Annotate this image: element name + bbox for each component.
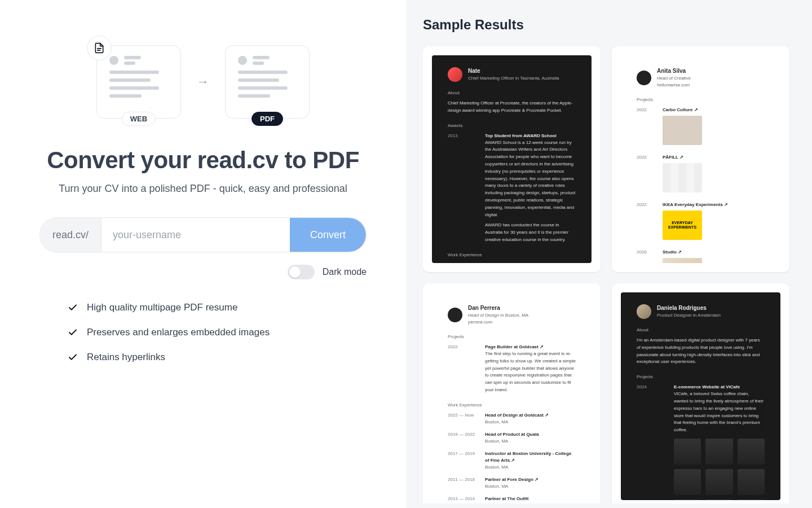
sample-subtitle: Product Designer in Amsterdam bbox=[657, 312, 721, 319]
sample-doc: Daniela Rodrigues Product Designer in Am… bbox=[621, 292, 780, 500]
proj-year: 2024 bbox=[637, 384, 664, 500]
web-card: WEB bbox=[96, 45, 181, 119]
sample-site: perrera.com bbox=[468, 319, 528, 326]
award-name: Top Student from AWARD School bbox=[485, 133, 576, 139]
work-title: Head of Design at Goldcast ↗ bbox=[485, 412, 549, 419]
work-years: 2011 — 2018 bbox=[448, 476, 475, 490]
sample-name: Anita Silva bbox=[657, 67, 691, 75]
proj-thumbnail bbox=[663, 163, 702, 192]
screenshot-thumb bbox=[738, 439, 765, 465]
convert-button[interactable]: Convert bbox=[290, 218, 366, 252]
feature-text: High quality multipage PDF resume bbox=[87, 302, 237, 313]
page-title: Convert your read.cv to PDF bbox=[47, 147, 359, 174]
screenshot-thumb bbox=[705, 469, 732, 495]
check-icon bbox=[68, 327, 78, 338]
feature-item: Preserves and enlarges embedded images bbox=[68, 327, 338, 338]
sample-doc: Dan Perrera Head of Design in Boston, MA… bbox=[432, 292, 592, 500]
sample-card: Nate Chief Marketing Officer in Tasmania… bbox=[423, 46, 601, 272]
work-loc: Boston, MA bbox=[485, 438, 539, 445]
screenshot-thumb bbox=[674, 439, 701, 465]
pdf-card: PDF bbox=[225, 45, 310, 119]
proj-title: PÅFILL ↗ bbox=[663, 154, 765, 161]
work-loc: Boston, MA bbox=[485, 464, 576, 471]
web-badge: WEB bbox=[122, 112, 156, 126]
work-years: 2017 — 2019 bbox=[448, 450, 475, 471]
proj-title: Studio ↗ bbox=[663, 249, 765, 256]
proj-thumbnail bbox=[663, 258, 702, 263]
section-title: Work Experience bbox=[448, 402, 576, 409]
dark-mode-toggle[interactable] bbox=[288, 265, 315, 279]
sample-card: Anita Silva Head of Creative hellomarisa… bbox=[612, 46, 789, 272]
proj-text: The first step to running a great event … bbox=[485, 351, 576, 394]
proj-title: IKEA Everyday Experiments ↗ bbox=[663, 202, 765, 208]
document-icon bbox=[87, 36, 112, 60]
avatar bbox=[637, 304, 651, 319]
award-text: AWARD School is a 12-week course run by … bbox=[485, 139, 576, 219]
work-loc: Boston, MA bbox=[485, 483, 539, 490]
proj-text: ViCafe, a beloved Swiss coffee chain, wa… bbox=[674, 391, 765, 434]
feature-item: Retains hyperlinks bbox=[68, 352, 338, 363]
feature-text: Preserves and enlarges embedded images bbox=[87, 327, 270, 338]
proj-year: 2022 bbox=[637, 154, 652, 192]
about-text: I'm an Amsterdam-based digital product d… bbox=[637, 337, 765, 366]
avatar bbox=[448, 308, 462, 322]
thumb-text: EVERYDAY bbox=[663, 221, 702, 225]
check-icon bbox=[68, 352, 78, 362]
about-text: Chief Marketing Officer at Procreate, th… bbox=[448, 100, 576, 115]
work-years: 2021 — Now bbox=[448, 262, 475, 263]
sample-card: Daniela Rodrigues Product Designer in Am… bbox=[612, 283, 789, 503]
thumb-text: EXPERIMENTS bbox=[663, 225, 702, 230]
screenshot-thumb bbox=[738, 500, 765, 500]
proj-year: 2022 bbox=[448, 344, 475, 394]
sample-site: hellomarisa.com bbox=[657, 82, 691, 89]
work-years: 2022 — Now bbox=[448, 412, 475, 426]
proj-title: E-commerce Website at ViCafe bbox=[674, 384, 765, 391]
award-text: AWARD has conducted the course in Austra… bbox=[485, 222, 576, 243]
screenshot-grid bbox=[674, 439, 765, 500]
section-title: About bbox=[637, 327, 765, 334]
work-title: Instructor at Boston University - Colleg… bbox=[485, 450, 576, 464]
proj-year: 2020 bbox=[637, 249, 652, 263]
section-title: Work Experience bbox=[448, 252, 576, 259]
avatar bbox=[637, 71, 651, 85]
samples-heading: Sample Results bbox=[423, 17, 795, 33]
feature-item: High quality multipage PDF resume bbox=[68, 302, 338, 313]
screenshot-thumb bbox=[674, 500, 701, 500]
sample-name: Nate bbox=[468, 67, 559, 75]
sample-subtitle: Head of Design in Boston, MA bbox=[468, 312, 528, 319]
sample-name: Dan Perrera bbox=[468, 304, 528, 312]
screenshot-thumb bbox=[705, 500, 732, 500]
work-loc: Boston, MA bbox=[485, 419, 549, 426]
username-input[interactable] bbox=[102, 218, 290, 252]
dark-mode-label: Dark mode bbox=[323, 267, 367, 277]
section-title: About bbox=[448, 90, 576, 97]
pdf-badge: PDF bbox=[251, 112, 283, 126]
proj-title: Carbo Culture ↗ bbox=[663, 107, 765, 113]
section-title: Projects bbox=[637, 374, 765, 380]
avatar bbox=[448, 67, 462, 82]
sample-doc: Anita Silva Head of Creative hellomarisa… bbox=[621, 55, 780, 263]
sample-subtitle: Head of Creative bbox=[657, 75, 691, 82]
sample-name: Daniela Rodrigues bbox=[657, 304, 721, 312]
sample-subtitle: Chief Marketing Officer in Tasmania, Aus… bbox=[468, 75, 559, 82]
url-prefix: read.cv/ bbox=[40, 218, 102, 252]
proj-year: 2022 bbox=[637, 107, 652, 145]
proj-title: Page Builder at Goldcast ↗ bbox=[485, 344, 576, 351]
proj-thumbnail: EVERYDAYEXPERIMENTS bbox=[663, 211, 702, 240]
section-title: Projects bbox=[448, 334, 576, 340]
work-title: CMO at Procreate bbox=[485, 262, 524, 263]
work-years: 2013 — 2014 bbox=[448, 496, 475, 500]
proj-year: 2022 bbox=[637, 202, 652, 240]
section-title: Awards bbox=[448, 122, 576, 129]
check-icon bbox=[68, 303, 78, 313]
work-title: Head of Product at Quala bbox=[485, 431, 539, 438]
hero-illustration: WEB → PDF bbox=[96, 45, 310, 119]
page-subtitle: Turn your CV into a polished PDF - quick… bbox=[59, 183, 347, 195]
screenshot-thumb bbox=[705, 439, 732, 465]
work-title: Partner at Fore Design ↗ bbox=[485, 476, 539, 483]
samples-grid[interactable]: Nate Chief Marketing Officer in Tasmania… bbox=[423, 46, 795, 503]
convert-form: read.cv/ Convert bbox=[39, 217, 367, 252]
sample-card: Dan Perrera Head of Design in Boston, MA… bbox=[423, 283, 601, 503]
work-title: Partner at The Outfit bbox=[485, 496, 528, 500]
arrow-right-icon: → bbox=[197, 75, 209, 89]
